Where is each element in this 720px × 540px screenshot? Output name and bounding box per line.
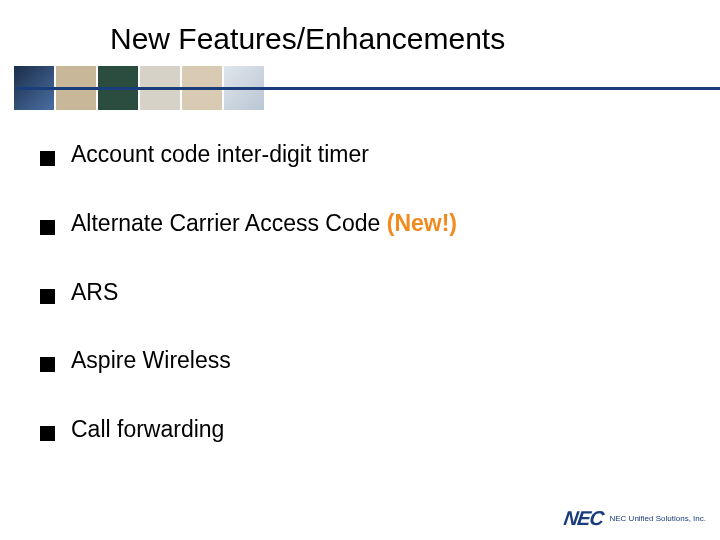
square-bullet-icon [40,426,55,441]
new-tag: (New!) [387,210,457,236]
nec-logo: NEC [563,507,605,530]
item-text: Call forwarding [71,415,224,444]
item-text: ARS [71,278,118,307]
square-bullet-icon [40,151,55,166]
list-item: ARS [40,278,680,307]
list-item: Account code inter-digit timer [40,140,680,169]
item-text: Alternate Carrier Access Code (New!) [71,209,457,238]
list-item: Alternate Carrier Access Code (New!) [40,209,680,238]
banner-rule [16,87,720,90]
square-bullet-icon [40,357,55,372]
footer-logo: NEC NEC Unified Solutions, Inc. [564,507,706,530]
item-text: Aspire Wireless [71,346,231,375]
list-item: Aspire Wireless [40,346,680,375]
bullet-list: Account code inter-digit timer Alternate… [0,110,720,444]
slide-title: New Features/Enhancements [0,0,720,66]
list-item: Call forwarding [40,415,680,444]
banner-row [0,66,720,110]
square-bullet-icon [40,220,55,235]
item-text: Account code inter-digit timer [71,140,369,169]
nec-subtext: NEC Unified Solutions, Inc. [610,515,707,523]
square-bullet-icon [40,289,55,304]
